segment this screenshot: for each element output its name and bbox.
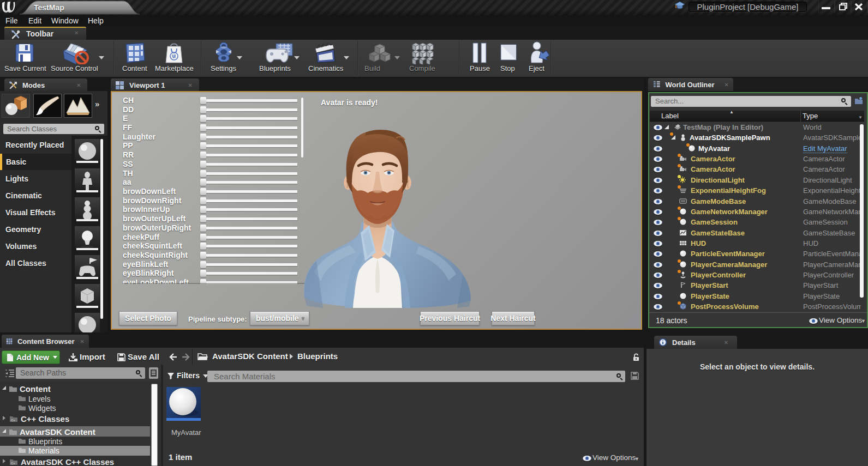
- svg-text:C+: C+: [11, 462, 15, 465]
- svg-text:C+: C+: [11, 419, 15, 422]
